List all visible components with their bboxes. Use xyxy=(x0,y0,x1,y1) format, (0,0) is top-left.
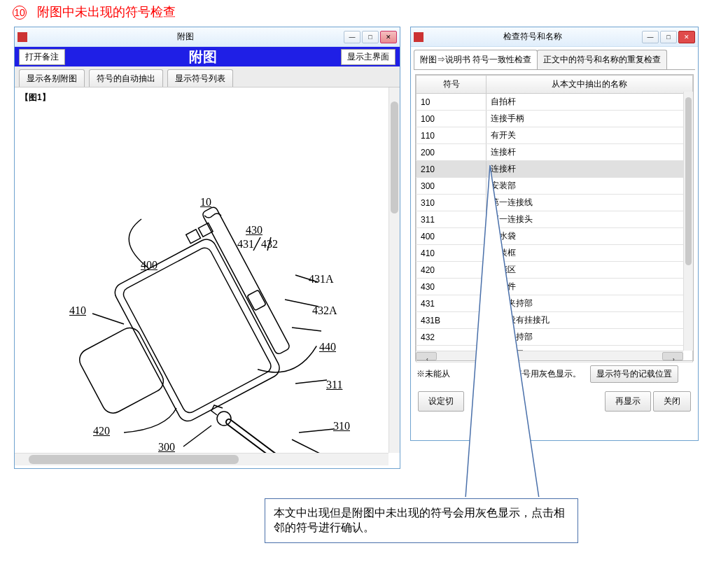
minimize-button[interactable]: — xyxy=(642,31,659,43)
figure-bluebar: 打开备注 附图 显示主界面 xyxy=(15,47,400,66)
col-name[interactable]: 从本文中抽出的名称 xyxy=(486,76,693,94)
symbol-table: 符号 从本文中抽出的名称 10自拍杆100连接手柄110有开关200连接杆210… xyxy=(416,75,693,363)
note-suffix: 出的符号用灰色显示。 xyxy=(497,369,581,379)
cell-symbol: 300 xyxy=(416,178,486,195)
table-row[interactable]: 210连接杆 xyxy=(416,161,693,178)
show-symbol-position-button[interactable]: 显示符号的记载位置 xyxy=(590,365,678,383)
scroll-left-button[interactable]: ‹ xyxy=(416,352,437,360)
figure-vertical-scrollbar[interactable] xyxy=(388,87,400,453)
svg-rect-3 xyxy=(76,324,167,417)
close-button[interactable]: ✕ xyxy=(678,31,695,43)
table-row[interactable]: 200连接杆 xyxy=(416,144,693,161)
table-row[interactable]: 300安装部 xyxy=(416,178,693,195)
tab-show-individual[interactable]: 显示各别附图 xyxy=(19,69,85,87)
callout-311: 311 xyxy=(326,379,342,391)
callout-300: 300 xyxy=(158,441,175,454)
cell-name: 连接杆 xyxy=(486,161,693,178)
annotation-number: 10 xyxy=(13,6,27,20)
table-row[interactable]: 10自拍杆 xyxy=(416,94,693,111)
minimize-button[interactable]: — xyxy=(344,31,360,43)
figure-big-title: 附图 xyxy=(65,48,341,66)
col-symbol[interactable]: 符号 xyxy=(416,76,486,94)
symbol-table-container: 符号 从本文中抽出的名称 10自拍杆100连接手柄110有开关200连接杆210… xyxy=(415,74,694,361)
cell-name: 区域设有挂接孔 xyxy=(486,312,693,329)
page-annotation-title: 10 附图中未出现的符号检查 xyxy=(13,3,176,20)
show-main-button[interactable]: 显示主界面 xyxy=(341,49,396,65)
check-window-titlebar[interactable]: 检查符号和名称 — □ ✕ xyxy=(411,27,698,47)
cell-name: 第一连接线 xyxy=(486,195,693,211)
cell-name: 安装框 xyxy=(486,245,693,262)
cell-name: 有开关 xyxy=(486,127,693,144)
tab-consistency-check[interactable]: 附图⇒说明书 符号一致性检查 xyxy=(414,50,538,69)
cell-symbol: 432 xyxy=(416,329,486,346)
cell-symbol: 431B xyxy=(416,312,486,329)
callout-10: 10 xyxy=(200,196,211,209)
tab-duplicate-check[interactable]: 正文中的符号和名称的重复检查 xyxy=(537,50,667,69)
cell-symbol: 311 xyxy=(416,211,486,228)
callout-432: 432 xyxy=(261,238,278,251)
figure-horizontal-scrollbar[interactable] xyxy=(15,453,388,465)
app-icon xyxy=(18,32,27,42)
tab-auto-extract[interactable]: 符号的自动抽出 xyxy=(89,69,163,87)
figure-window: 附图 — □ ✕ 打开备注 附图 显示主界面 显示各别附图 符号的自动抽出 显示… xyxy=(14,27,400,469)
table-row[interactable]: 400防水袋 xyxy=(416,228,693,245)
close-button[interactable]: ✕ xyxy=(380,31,397,43)
table-row[interactable]: 311第一连接头 xyxy=(416,211,693,228)
callout-410: 410 xyxy=(69,304,86,317)
cell-symbol: 110 xyxy=(416,127,486,144)
app-icon xyxy=(414,32,424,42)
cell-symbol: 10 xyxy=(416,94,486,111)
table-row[interactable]: 410安装框 xyxy=(416,245,693,262)
tab-show-symbol-list[interactable]: 显示符号列表 xyxy=(167,69,233,87)
cell-symbol: 210 xyxy=(416,161,486,178)
svg-rect-5 xyxy=(186,230,201,244)
explanation-callout: 本文中出现但是附图中未出现的符号会用灰色显示，点击相邻的符号进行确认。 xyxy=(265,498,578,543)
close-button-bottom[interactable]: 关闭 xyxy=(653,391,691,412)
cell-name: 防水袋 xyxy=(486,228,693,245)
open-memo-button[interactable]: 打开备注 xyxy=(19,49,65,65)
callout-431A: 431A xyxy=(309,273,334,286)
cell-symbol: 430 xyxy=(416,279,486,295)
check-window: 检查符号和名称 — □ ✕ 附图⇒说明书 符号一致性检查 正文中的符号和名称的重… xyxy=(410,27,699,441)
cell-name: 密封件 xyxy=(486,279,693,295)
settings-switch-button[interactable]: 设定切 xyxy=(418,391,464,412)
table-row[interactable]: 430密封件 xyxy=(416,279,693,295)
callout-430: 430 xyxy=(246,224,262,237)
cell-name: 安装部 xyxy=(486,178,693,195)
table-row[interactable]: 100连接手柄 xyxy=(416,111,693,127)
table-row[interactable]: 431B区域设有挂接孔 xyxy=(416,312,693,329)
maximize-button[interactable]: □ xyxy=(660,31,677,43)
cell-symbol: 100 xyxy=(416,111,486,127)
svg-rect-7 xyxy=(247,290,266,311)
cell-symbol: 420 xyxy=(416,262,486,279)
callout-310: 310 xyxy=(333,420,350,433)
cell-name: 第一夹持部 xyxy=(486,295,693,312)
cell-symbol: 431 xyxy=(416,295,486,312)
cell-name: 自拍杆 xyxy=(486,94,693,111)
grey-note: ※未能从 出的符号用灰色显示。 显示符号的记载位置 xyxy=(416,365,692,383)
check-tabs: 附图⇒说明书 符号一致性检查 正文中的符号和名称的重复检查 xyxy=(414,50,695,70)
annotation-text: 附图中未出现的符号检查 xyxy=(37,5,176,19)
cell-symbol: 410 xyxy=(416,245,486,262)
table-row[interactable]: 420功能区 xyxy=(416,262,693,279)
callout-400: 400 xyxy=(141,259,158,272)
callout-420: 420 xyxy=(93,425,110,437)
cell-symbol: 200 xyxy=(416,144,486,161)
note-prefix: ※未能从 xyxy=(416,369,450,379)
figure-window-titlebar[interactable]: 附图 — □ ✕ xyxy=(15,27,400,47)
table-vertical-scrollbar[interactable] xyxy=(683,92,693,351)
scroll-right-button[interactable]: › xyxy=(662,352,683,360)
table-row[interactable]: 310第一连接线 xyxy=(416,195,693,211)
table-row[interactable]: 432第二夹持部 xyxy=(416,329,693,346)
table-horizontal-scrollbar[interactable]: ‹ › xyxy=(416,351,683,360)
explanation-text: 本文中出现但是附图中未出现的符号会用灰色显示，点击相邻的符号进行确认。 xyxy=(274,507,565,533)
table-row[interactable]: 431第一夹持部 xyxy=(416,295,693,312)
cell-name: 连接手柄 xyxy=(486,111,693,127)
table-row[interactable]: 110有开关 xyxy=(416,127,693,144)
redisplay-button[interactable]: 再显示 xyxy=(605,391,651,412)
cell-name: 连接杆 xyxy=(486,144,693,161)
maximize-button[interactable]: □ xyxy=(362,31,379,43)
callout-431: 431 xyxy=(237,238,254,251)
cell-name: 第二夹持部 xyxy=(486,329,693,346)
cell-symbol: 400 xyxy=(416,228,486,245)
